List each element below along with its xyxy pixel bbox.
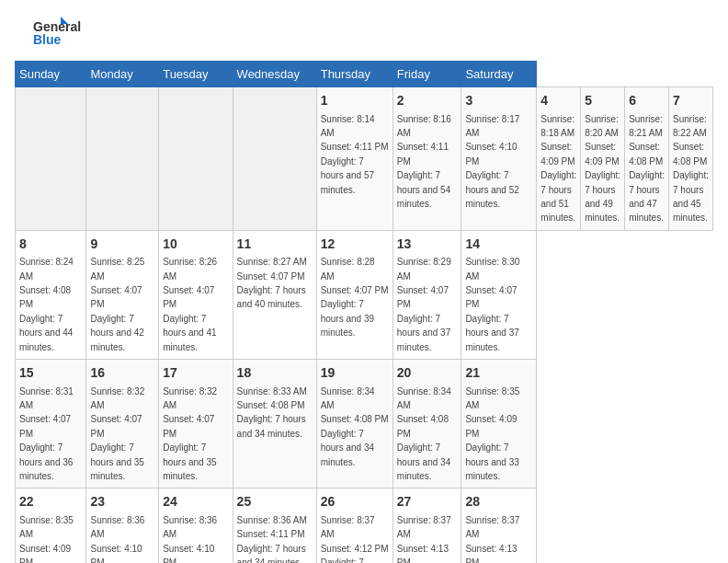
week-row-0: 1Sunrise: 8:14 AMSunset: 4:11 PMDaylight…: [16, 87, 713, 231]
week-row-2: 15Sunrise: 8:31 AMSunset: 4:07 PMDayligh…: [16, 360, 713, 488]
header-cell-sunday: Sunday: [16, 62, 86, 87]
header-cell-saturday: Saturday: [461, 62, 537, 87]
week-row-3: 22Sunrise: 8:35 AMSunset: 4:09 PMDayligh…: [16, 488, 713, 563]
day-detail: Sunrise: 8:24 AMSunset: 4:08 PMDaylight:…: [19, 257, 74, 351]
calendar-cell: 11Sunrise: 8:27 AMSunset: 4:07 PMDayligh…: [233, 230, 316, 359]
day-number: 19: [321, 364, 389, 383]
day-detail: Sunrise: 8:36 AMSunset: 4:10 PMDaylight:…: [163, 515, 217, 563]
day-number: 6: [629, 92, 665, 110]
calendar-cell: 2Sunrise: 8:16 AMSunset: 4:11 PMDaylight…: [392, 87, 461, 231]
day-number: 16: [90, 364, 154, 383]
day-detail: Sunrise: 8:32 AMSunset: 4:07 PMDaylight:…: [163, 386, 217, 481]
calendar-cell: 6Sunrise: 8:21 AMSunset: 4:08 PMDaylight…: [625, 87, 669, 231]
day-number: 24: [163, 493, 228, 511]
day-number: 14: [465, 236, 532, 254]
day-number: 22: [19, 493, 82, 511]
calendar-cell: 9Sunrise: 8:25 AMSunset: 4:07 PMDaylight…: [86, 230, 159, 359]
calendar-table: SundayMondayTuesdayWednesdayThursdayFrid…: [15, 61, 713, 563]
calendar-cell: 1Sunrise: 8:14 AMSunset: 4:11 PMDaylight…: [316, 87, 392, 231]
header-row: SundayMondayTuesdayWednesdayThursdayFrid…: [16, 62, 713, 87]
calendar-header: SundayMondayTuesdayWednesdayThursdayFrid…: [16, 62, 713, 87]
day-number: 20: [397, 364, 458, 383]
logo: General Blue: [15, 15, 88, 52]
calendar-cell: 4Sunrise: 8:18 AMSunset: 4:09 PMDaylight…: [537, 87, 581, 231]
day-number: 27: [397, 493, 458, 511]
calendar-cell: 21Sunrise: 8:35 AMSunset: 4:09 PMDayligh…: [461, 360, 537, 488]
day-detail: Sunrise: 8:36 AMSunset: 4:10 PMDaylight:…: [90, 515, 144, 563]
calendar-cell: 19Sunrise: 8:34 AMSunset: 4:08 PMDayligh…: [316, 360, 392, 488]
calendar-cell: 10Sunrise: 8:26 AMSunset: 4:07 PMDayligh…: [159, 230, 233, 359]
header-cell-wednesday: Wednesday: [233, 62, 316, 87]
day-detail: Sunrise: 8:14 AMSunset: 4:11 PMDaylight:…: [321, 114, 389, 195]
day-number: 12: [321, 236, 389, 254]
calendar-cell: 12Sunrise: 8:28 AMSunset: 4:07 PMDayligh…: [316, 230, 392, 359]
calendar-cell: 28Sunrise: 8:37 AMSunset: 4:13 PMDayligh…: [461, 488, 537, 563]
day-detail: Sunrise: 8:27 AMSunset: 4:07 PMDaylight:…: [237, 257, 307, 309]
calendar-cell: 7Sunrise: 8:22 AMSunset: 4:08 PMDaylight…: [669, 87, 713, 231]
day-detail: Sunrise: 8:35 AMSunset: 4:09 PMDaylight:…: [19, 515, 74, 563]
day-number: 11: [237, 236, 313, 254]
header-cell-monday: Monday: [86, 62, 159, 87]
day-detail: Sunrise: 8:35 AMSunset: 4:09 PMDaylight:…: [465, 386, 519, 481]
day-detail: Sunrise: 8:20 AMSunset: 4:09 PMDaylight:…: [585, 114, 620, 224]
day-number: 23: [90, 493, 154, 511]
day-number: 7: [673, 92, 709, 110]
day-number: 1: [321, 92, 389, 110]
day-detail: Sunrise: 8:34 AMSunset: 4:08 PMDaylight:…: [321, 386, 389, 467]
day-detail: Sunrise: 8:34 AMSunset: 4:08 PMDaylight:…: [397, 386, 451, 481]
day-number: 21: [465, 364, 532, 383]
calendar-cell: 16Sunrise: 8:32 AMSunset: 4:07 PMDayligh…: [86, 360, 159, 488]
day-detail: Sunrise: 8:22 AMSunset: 4:08 PMDaylight:…: [673, 114, 709, 224]
day-number: 8: [19, 236, 82, 254]
svg-text:Blue: Blue: [33, 32, 62, 47]
calendar-cell: 27Sunrise: 8:37 AMSunset: 4:13 PMDayligh…: [392, 488, 461, 563]
calendar-cell: 25Sunrise: 8:36 AMSunset: 4:11 PMDayligh…: [233, 488, 316, 563]
day-number: 28: [465, 493, 532, 511]
calendar-cell: 15Sunrise: 8:31 AMSunset: 4:07 PMDayligh…: [16, 360, 86, 488]
day-detail: Sunrise: 8:26 AMSunset: 4:07 PMDaylight:…: [163, 257, 217, 351]
calendar-cell: 22Sunrise: 8:35 AMSunset: 4:09 PMDayligh…: [16, 488, 86, 563]
day-detail: Sunrise: 8:31 AMSunset: 4:07 PMDaylight:…: [19, 386, 74, 481]
day-detail: Sunrise: 8:37 AMSunset: 4:13 PMDaylight:…: [465, 515, 519, 563]
calendar-body: 1Sunrise: 8:14 AMSunset: 4:11 PMDaylight…: [16, 87, 713, 564]
day-detail: Sunrise: 8:21 AMSunset: 4:08 PMDaylight:…: [629, 114, 665, 224]
header-cell-thursday: Thursday: [316, 62, 392, 87]
day-detail: Sunrise: 8:17 AMSunset: 4:10 PMDaylight:…: [465, 114, 519, 209]
calendar-cell: 20Sunrise: 8:34 AMSunset: 4:08 PMDayligh…: [392, 360, 461, 488]
day-number: 3: [465, 92, 532, 110]
calendar-cell: 26Sunrise: 8:37 AMSunset: 4:12 PMDayligh…: [316, 488, 392, 563]
calendar-cell: 23Sunrise: 8:36 AMSunset: 4:10 PMDayligh…: [86, 488, 159, 563]
calendar-cell: 5Sunrise: 8:20 AMSunset: 4:09 PMDaylight…: [581, 87, 625, 231]
week-row-1: 8Sunrise: 8:24 AMSunset: 4:08 PMDaylight…: [16, 230, 713, 359]
calendar-cell: 18Sunrise: 8:33 AMSunset: 4:08 PMDayligh…: [233, 360, 316, 488]
day-detail: Sunrise: 8:37 AMSunset: 4:12 PMDaylight:…: [321, 515, 389, 563]
day-detail: Sunrise: 8:28 AMSunset: 4:07 PMDaylight:…: [321, 257, 389, 338]
page-header: General Blue: [15, 15, 713, 52]
day-detail: Sunrise: 8:33 AMSunset: 4:08 PMDaylight:…: [237, 386, 307, 439]
logo-icon: General Blue: [15, 15, 88, 52]
day-number: 26: [321, 493, 389, 511]
day-number: 15: [19, 364, 82, 383]
calendar-cell: 13Sunrise: 8:29 AMSunset: 4:07 PMDayligh…: [392, 230, 461, 359]
day-number: 4: [540, 92, 576, 110]
calendar-cell: 14Sunrise: 8:30 AMSunset: 4:07 PMDayligh…: [461, 230, 537, 359]
day-detail: Sunrise: 8:37 AMSunset: 4:13 PMDaylight:…: [397, 515, 451, 563]
day-number: 2: [397, 92, 458, 110]
day-number: 25: [237, 493, 313, 511]
day-number: 9: [90, 236, 154, 254]
header-cell-friday: Friday: [392, 62, 461, 87]
calendar-cell: [159, 87, 233, 231]
day-number: 17: [163, 364, 228, 383]
day-detail: Sunrise: 8:29 AMSunset: 4:07 PMDaylight:…: [397, 257, 451, 351]
day-detail: Sunrise: 8:30 AMSunset: 4:07 PMDaylight:…: [465, 257, 519, 351]
day-detail: Sunrise: 8:36 AMSunset: 4:11 PMDaylight:…: [237, 515, 307, 563]
day-detail: Sunrise: 8:18 AMSunset: 4:09 PMDaylight:…: [540, 114, 576, 224]
calendar-cell: 8Sunrise: 8:24 AMSunset: 4:08 PMDaylight…: [16, 230, 86, 359]
calendar-cell: 24Sunrise: 8:36 AMSunset: 4:10 PMDayligh…: [159, 488, 233, 563]
header-cell-tuesday: Tuesday: [159, 62, 233, 87]
day-number: 18: [237, 364, 313, 383]
calendar-cell: 17Sunrise: 8:32 AMSunset: 4:07 PMDayligh…: [159, 360, 233, 488]
calendar-cell: [16, 87, 86, 231]
day-detail: Sunrise: 8:25 AMSunset: 4:07 PMDaylight:…: [90, 257, 144, 351]
day-number: 13: [397, 236, 458, 254]
